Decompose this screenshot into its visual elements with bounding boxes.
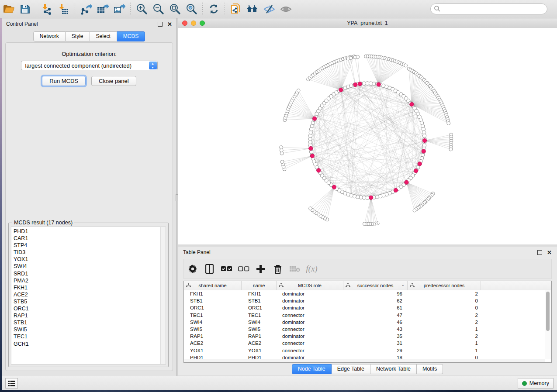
zoom-out-icon[interactable] bbox=[150, 2, 166, 17]
mcds-result-item[interactable]: FKH1 bbox=[11, 284, 160, 291]
import-table-icon[interactable] bbox=[55, 2, 72, 17]
mcds-result-item[interactable]: TEC1 bbox=[11, 333, 160, 340]
table-cell: 1 bbox=[408, 327, 481, 332]
table-vertical-scrollbar[interactable] bbox=[545, 290, 551, 359]
mcds-result-item[interactable]: STP4 bbox=[11, 242, 160, 249]
table-row[interactable]: TEC1TEC1connector472 bbox=[184, 312, 551, 319]
close-table-panel-icon[interactable]: ✕ bbox=[547, 250, 552, 255]
mcds-result-item[interactable]: ACE2 bbox=[11, 291, 160, 298]
table-row[interactable]: ORC1ORC1dominator610 bbox=[184, 304, 551, 311]
delete-column-icon[interactable] bbox=[269, 261, 286, 277]
table-settings-icon[interactable] bbox=[184, 261, 201, 277]
zoom-selected-icon[interactable] bbox=[183, 2, 200, 17]
optimization-criterion-select[interactable]: largest connected component (undirected)… bbox=[21, 61, 158, 70]
tab-select[interactable]: Select bbox=[90, 31, 117, 41]
column-header-predecessor-nodes[interactable]: predecessor nodes bbox=[408, 281, 481, 290]
mcds-result-item[interactable]: TID3 bbox=[11, 249, 160, 256]
run-mcds-button[interactable]: Run MCDS bbox=[42, 76, 86, 86]
tab-network[interactable]: Network bbox=[33, 31, 66, 41]
export-table-icon[interactable] bbox=[94, 2, 111, 17]
table-row[interactable]: SWI4SWI4dominator462 bbox=[184, 319, 551, 326]
memory-button[interactable]: Memory bbox=[518, 378, 554, 389]
mcds-result-item[interactable]: SRD1 bbox=[11, 270, 160, 277]
table-cell: SWI4 bbox=[184, 320, 242, 325]
refresh-icon[interactable] bbox=[205, 2, 222, 17]
tab-network-table[interactable]: Network Table bbox=[370, 364, 417, 374]
table-cell: SWI4 bbox=[242, 320, 277, 325]
search-input[interactable] bbox=[430, 3, 547, 14]
tab-motifs[interactable]: Motifs bbox=[417, 364, 443, 374]
tab-mcds[interactable]: MCDS bbox=[117, 31, 145, 41]
toolbar-separator bbox=[75, 3, 75, 16]
mcds-result-item[interactable]: GCR1 bbox=[11, 340, 160, 347]
import-network-icon[interactable] bbox=[39, 2, 55, 17]
tab-edge-table[interactable]: Edge Table bbox=[332, 364, 370, 374]
hide-graphics-details-icon[interactable] bbox=[261, 2, 277, 17]
tab-style[interactable]: Style bbox=[66, 31, 90, 41]
mcds-list-scrollbar[interactable] bbox=[160, 227, 166, 364]
zoom-fit-icon[interactable] bbox=[166, 2, 183, 17]
network-canvas[interactable] bbox=[178, 28, 557, 244]
table-cell: RAP1 bbox=[184, 334, 242, 339]
column-header-MCDS-role[interactable]: MCDS role bbox=[277, 281, 343, 290]
mcds-result-item[interactable]: YOX1 bbox=[11, 256, 160, 263]
mcds-result-item[interactable]: SWI5 bbox=[11, 326, 160, 333]
table-row[interactable]: SWI5SWI5connector431 bbox=[184, 326, 551, 333]
window-zoom-icon[interactable] bbox=[200, 21, 205, 26]
mcds-result-listwrap: PHD1CAR1STP4TID3YOX1SWI4SRD1PMA2FKH1ACE2… bbox=[11, 227, 166, 364]
table-row[interactable]: ACE2ACE2connector311 bbox=[184, 340, 551, 347]
column-header-name[interactable]: name bbox=[242, 281, 277, 290]
open-session-icon[interactable] bbox=[0, 2, 17, 17]
share-network-document-icon[interactable] bbox=[228, 2, 244, 17]
table-row[interactable]: FKH1FKH1dominator962 bbox=[184, 290, 551, 297]
select-all-rows-icon[interactable] bbox=[218, 261, 235, 277]
network-title: YPA_prune.txt_1 bbox=[347, 20, 388, 26]
mcds-result-item[interactable]: PMA2 bbox=[11, 277, 160, 284]
mcds-result-list[interactable]: PHD1CAR1STP4TID3YOX1SWI4SRD1PMA2FKH1ACE2… bbox=[11, 228, 160, 364]
table-cell: dominator bbox=[277, 298, 343, 303]
scrollbar-thumb[interactable] bbox=[546, 292, 550, 331]
table-horizontal-scrollbar[interactable] bbox=[184, 359, 545, 362]
desktop-wallpaper-left bbox=[0, 18, 2, 390]
table-cell: STB1 bbox=[184, 298, 242, 303]
table-body[interactable]: FKH1FKH1dominator962STB1STB1dominator620… bbox=[184, 290, 551, 361]
column-chooser-icon[interactable] bbox=[201, 261, 218, 277]
clear-table-icon[interactable] bbox=[286, 261, 303, 277]
mcds-result-item[interactable]: SWI4 bbox=[11, 263, 160, 270]
mcds-result-item[interactable]: PHD1 bbox=[11, 228, 160, 235]
window-minimize-icon[interactable] bbox=[191, 21, 196, 26]
window-close-icon[interactable] bbox=[182, 21, 187, 26]
function-builder-icon[interactable]: f(x) bbox=[303, 261, 320, 277]
table-row[interactable]: STB1STB1dominator620 bbox=[184, 297, 551, 304]
mcds-result-item[interactable]: CAR1 bbox=[11, 235, 160, 242]
table-cell: dominator bbox=[277, 320, 343, 325]
table-cell: YOX1 bbox=[242, 348, 277, 353]
close-panel-button[interactable]: Close panel bbox=[91, 76, 136, 86]
table-toolbar: f(x) bbox=[183, 259, 552, 279]
mcds-result-item[interactable]: ORC1 bbox=[11, 305, 160, 312]
tab-node-table[interactable]: Node Table bbox=[292, 364, 332, 374]
close-panel-icon[interactable]: ✕ bbox=[167, 21, 172, 27]
task-history-icon[interactable] bbox=[5, 378, 18, 389]
add-column-icon[interactable] bbox=[252, 261, 269, 277]
show-graphics-details-icon[interactable] bbox=[277, 2, 294, 17]
table-cell: 29 bbox=[343, 348, 408, 353]
mcds-result-item[interactable]: STB5 bbox=[11, 298, 160, 305]
table-cell: ORC1 bbox=[184, 305, 242, 310]
mcds-result-item[interactable]: RAP1 bbox=[11, 312, 160, 319]
deselect-all-rows-icon[interactable] bbox=[235, 261, 252, 277]
mcds-result-item[interactable]: STB1 bbox=[11, 319, 160, 326]
float-panel-icon[interactable] bbox=[158, 22, 163, 27]
column-header-successor-nodes[interactable]: successor nodes⌄ bbox=[343, 281, 408, 290]
memory-label: Memory bbox=[529, 380, 549, 386]
table-row[interactable]: YOX1YOX1connector291 bbox=[184, 347, 551, 354]
float-table-panel-icon[interactable] bbox=[537, 250, 542, 255]
table-row[interactable]: RAP1RAP1dominator352 bbox=[184, 333, 551, 340]
network-overview-icon[interactable] bbox=[244, 2, 261, 17]
table-cell: TEC1 bbox=[242, 313, 277, 318]
column-header-shared-name[interactable]: shared name bbox=[184, 281, 242, 290]
zoom-in-icon[interactable] bbox=[133, 2, 150, 17]
export-network-icon[interactable] bbox=[78, 2, 94, 17]
save-session-icon[interactable] bbox=[17, 2, 33, 17]
export-image-icon[interactable] bbox=[111, 2, 128, 17]
